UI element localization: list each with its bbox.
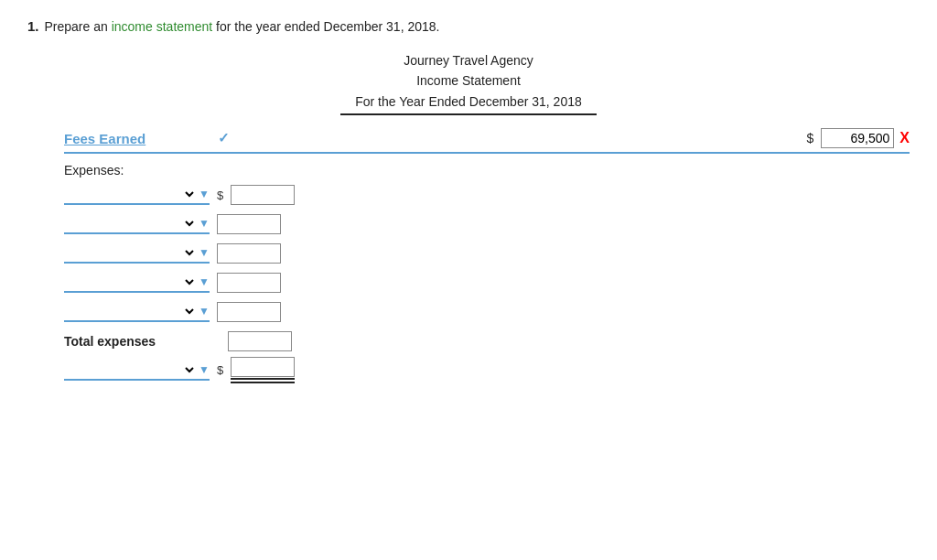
company-name: Journey Travel Agency bbox=[404, 50, 533, 70]
statement-title: Income Statement bbox=[416, 70, 521, 91]
dropdown-arrow-2: ▼ bbox=[199, 217, 210, 230]
fees-earned-dollar: $ bbox=[807, 131, 814, 145]
expense-input-1[interactable] bbox=[231, 185, 295, 205]
expense-dropdown-4[interactable]: ▼ bbox=[64, 273, 210, 293]
income-statement-link[interactable]: income statement bbox=[112, 19, 213, 34]
total-expenses-input[interactable] bbox=[228, 331, 292, 351]
expense-row-5: ▼ bbox=[64, 302, 910, 322]
expense-input-2[interactable] bbox=[217, 214, 281, 234]
net-dollar: $ bbox=[217, 363, 223, 377]
expense-dropdown-2[interactable]: ▼ bbox=[64, 214, 210, 234]
double-underline-2 bbox=[231, 382, 295, 383]
net-income-input[interactable] bbox=[231, 357, 295, 377]
expense-input-4[interactable] bbox=[217, 273, 281, 293]
income-statement-body: Fees Earned ✓ $ X Expenses: ▼ $ ▼ bbox=[64, 128, 910, 383]
expense-select-1[interactable] bbox=[64, 185, 197, 203]
expense-input-5[interactable] bbox=[217, 302, 281, 322]
expense-select-5[interactable] bbox=[64, 302, 197, 320]
question-number: 1. bbox=[27, 18, 39, 34]
expense-dropdown-1[interactable]: ▼ bbox=[64, 185, 210, 205]
expense-row-3: ▼ bbox=[64, 243, 910, 264]
expense-row-1: ▼ $ bbox=[64, 185, 910, 205]
total-expenses-section: Total expenses bbox=[64, 331, 910, 351]
net-dropdown-wrapper[interactable]: ▼ bbox=[64, 361, 210, 381]
expense-dropdown-5[interactable]: ▼ bbox=[64, 302, 210, 322]
question-text: Prepare an income statement for the year… bbox=[45, 19, 440, 34]
dropdown-arrow-4: ▼ bbox=[199, 275, 210, 288]
expense-row-4: ▼ bbox=[64, 273, 910, 293]
fees-earned-label: Fees Earned bbox=[64, 131, 210, 146]
fees-earned-x[interactable]: X bbox=[899, 130, 910, 146]
total-expenses-label: Total expenses bbox=[64, 334, 206, 349]
question-line: 1. Prepare an income statement for the y… bbox=[27, 18, 910, 34]
fees-earned-input[interactable] bbox=[821, 128, 894, 148]
fees-earned-check: ✓ bbox=[218, 130, 230, 146]
expenses-label: Expenses: bbox=[64, 163, 910, 178]
expense-row-2: ▼ bbox=[64, 214, 910, 234]
net-income-row: ▼ $ bbox=[64, 357, 910, 383]
statement-header: Journey Travel Agency Income Statement F… bbox=[27, 50, 910, 115]
expense-select-4[interactable] bbox=[64, 273, 197, 291]
dropdown-arrow-1: ▼ bbox=[199, 188, 210, 200]
expense-dollar-1: $ bbox=[217, 188, 223, 202]
total-expenses-row: Total expenses bbox=[64, 331, 910, 351]
net-dropdown-arrow: ▼ bbox=[199, 363, 210, 376]
net-input-group bbox=[231, 357, 295, 383]
expense-dropdown-3[interactable]: ▼ bbox=[64, 243, 210, 264]
statement-period: For the Year Ended December 31, 2018 bbox=[340, 92, 597, 115]
double-underline-1 bbox=[231, 378, 295, 380]
expense-input-3[interactable] bbox=[217, 243, 281, 264]
fees-earned-input-group: X bbox=[821, 128, 910, 148]
fees-earned-row: Fees Earned ✓ $ X bbox=[64, 128, 910, 154]
net-select[interactable] bbox=[64, 361, 197, 379]
dropdown-arrow-5: ▼ bbox=[199, 305, 210, 318]
expense-select-3[interactable] bbox=[64, 243, 197, 262]
expense-select-2[interactable] bbox=[64, 214, 197, 232]
dropdown-arrow-3: ▼ bbox=[199, 246, 210, 259]
